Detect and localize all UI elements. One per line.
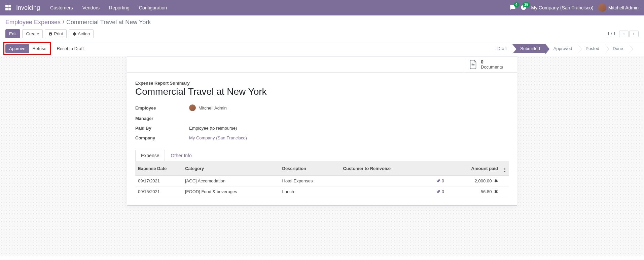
label-company: Company <box>135 135 189 140</box>
pager-value[interactable]: 1 / 1 <box>607 31 616 36</box>
status-draft[interactable]: Draft <box>492 44 512 53</box>
th-description[interactable]: Description <box>280 161 341 176</box>
summary-label: Expense Report Summary <box>135 81 509 86</box>
documents-label: Documents <box>481 64 503 70</box>
form-scroll-area[interactable]: 0 Documents Expense Report Summary Comme… <box>0 56 644 256</box>
control-panel: Employee Expenses / Commercial Travel at… <box>0 15 644 41</box>
cell-customer <box>341 176 430 186</box>
cell-description: Lunch <box>280 186 341 197</box>
expense-table: Expense Date Category Description Custom… <box>135 161 509 197</box>
top-navbar: Invoicing Customers Vendors Reporting Co… <box>0 0 644 15</box>
status-submitted[interactable]: Submitted <box>512 44 545 53</box>
breadcrumb-separator: / <box>63 19 64 26</box>
documents-count: 0 <box>481 59 503 64</box>
page-title: Commercial Travel at New York <box>135 86 509 97</box>
user-name: Mitchell Admin <box>608 5 639 10</box>
nav-right: 4 25 My Company (San Francisco) Mitchell… <box>510 4 639 12</box>
pager-prev[interactable] <box>619 31 629 37</box>
breadcrumb-parent[interactable]: Employee Expenses <box>5 19 61 26</box>
remove-row-icon[interactable]: ✖ <box>493 178 498 183</box>
status-arrows: Draft Submitted Approved Posted Done <box>492 44 639 53</box>
th-options[interactable] <box>501 161 509 176</box>
status-approved[interactable]: Approved <box>545 44 578 53</box>
avatar <box>598 4 606 12</box>
cell-description: Hotel Expenses <box>280 176 341 186</box>
action-button[interactable]: Action <box>69 29 94 38</box>
breadcrumb: Employee Expenses / Commercial Travel at… <box>5 19 639 26</box>
th-amount[interactable]: Amount paid <box>447 161 501 176</box>
user-menu[interactable]: Mitchell Admin <box>598 4 639 12</box>
nav-vendors[interactable]: Vendors <box>82 5 100 10</box>
pager-next[interactable] <box>629 31 639 37</box>
cell-customer <box>341 186 430 197</box>
cp-buttons: Edit Create Print Action <box>5 29 94 38</box>
activity-badge: 25 <box>523 2 530 7</box>
remove-row-icon[interactable]: ✖ <box>493 189 498 194</box>
th-customer[interactable]: Customer to Reinvoice <box>341 161 430 176</box>
edit-button[interactable]: Edit <box>5 29 20 38</box>
table-row[interactable]: 09/17/2021[ACC] AccomodationHotel Expens… <box>135 176 509 186</box>
paperclip-icon <box>436 189 440 193</box>
chevron-left-icon <box>622 32 625 36</box>
cell-attach[interactable]: 0 <box>430 176 447 186</box>
breadcrumb-current: Commercial Travel at New York <box>66 19 151 26</box>
th-attach <box>430 161 447 176</box>
activities-icon[interactable]: 25 <box>521 4 527 11</box>
th-date[interactable]: Expense Date <box>135 161 182 176</box>
label-paid-by: Paid By <box>135 126 189 131</box>
gear-icon <box>72 32 76 36</box>
approve-button[interactable]: Approve <box>5 44 29 53</box>
button-box: 0 Documents <box>127 56 517 73</box>
cell-category: [ACC] Accomodation <box>182 176 280 186</box>
cell-category: [FOOD] Food & beverages <box>182 186 280 197</box>
nav-configuration[interactable]: Configuration <box>139 5 167 10</box>
refuse-button[interactable]: Refuse <box>29 44 50 53</box>
paperclip-icon <box>436 179 440 183</box>
label-manager: Manager <box>135 116 189 121</box>
nav-reporting[interactable]: Reporting <box>109 5 130 10</box>
cell-opt <box>501 176 509 186</box>
form-sheet: 0 Documents Expense Report Summary Comme… <box>127 56 517 206</box>
chat-badge: 4 <box>514 2 519 7</box>
tab-other-info[interactable]: Other Info <box>165 150 197 161</box>
cell-opt <box>501 186 509 197</box>
company-value[interactable]: My Company (San Francisco) <box>189 135 247 140</box>
table-row[interactable]: 09/15/2021[FOOD] Food & beveragesLunch 0… <box>135 186 509 197</box>
label-employee: Employee <box>135 105 189 111</box>
documents-stat-button[interactable]: 0 Documents <box>463 56 517 72</box>
document-icon <box>469 59 477 70</box>
reset-to-draft-button[interactable]: Reset to Draft <box>53 44 87 53</box>
print-button[interactable]: Print <box>45 29 67 38</box>
apps-icon[interactable] <box>5 5 11 10</box>
nav-menu: Customers Vendors Reporting Configuratio… <box>50 5 510 10</box>
messaging-icon[interactable]: 4 <box>510 4 516 11</box>
status-bar: Approve Refuse Reset to Draft Draft Subm… <box>0 41 644 56</box>
th-category[interactable]: Category <box>182 161 280 176</box>
cell-date: 09/15/2021 <box>135 186 182 197</box>
kebab-icon <box>504 168 505 172</box>
nav-customers[interactable]: Customers <box>50 5 73 10</box>
company-selector[interactable]: My Company (San Francisco) <box>531 5 594 10</box>
tab-expense[interactable]: Expense <box>135 150 165 161</box>
notebook-tabs: Expense Other Info <box>135 150 509 161</box>
employee-avatar <box>189 104 196 111</box>
paid-by-value: Employee (to reimburse) <box>189 126 237 131</box>
cell-date: 09/17/2021 <box>135 176 182 186</box>
print-icon <box>48 32 52 36</box>
pager: 1 / 1 <box>607 31 639 37</box>
employee-value: Mitchell Admin <box>199 105 227 111</box>
cell-amount: 2,000.00 ✖ <box>447 176 501 186</box>
cell-attach[interactable]: 0 <box>430 186 447 197</box>
cell-amount: 56.80 ✖ <box>447 186 501 197</box>
chevron-right-icon <box>632 32 636 36</box>
app-brand[interactable]: Invoicing <box>16 4 40 11</box>
create-button[interactable]: Create <box>22 29 43 38</box>
